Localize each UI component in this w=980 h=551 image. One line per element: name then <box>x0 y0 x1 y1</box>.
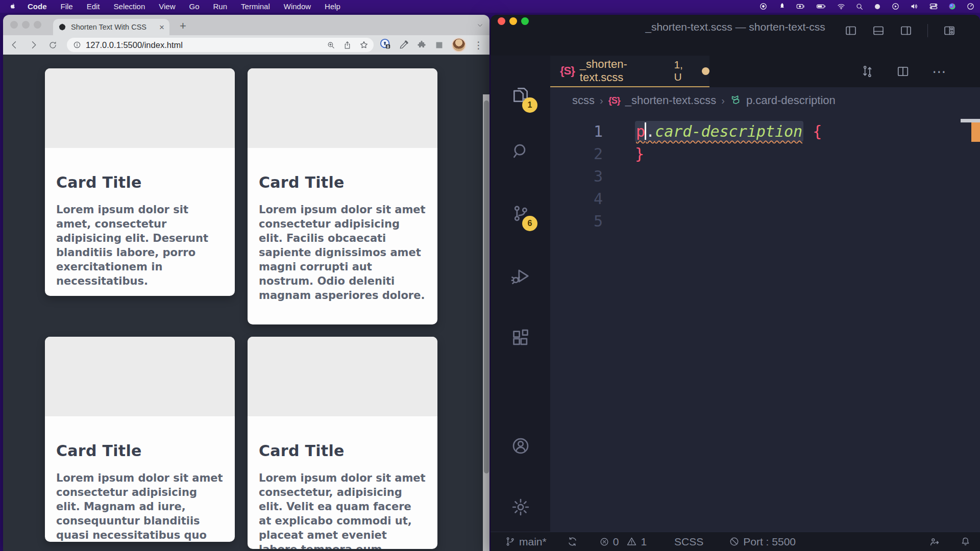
menu-help[interactable]: Help <box>325 2 340 11</box>
menu-edit[interactable]: Edit <box>87 2 100 11</box>
code-tag-token: p <box>636 122 645 140</box>
status-bar: main* 0 1 SCSS Port : 5500 <box>491 532 980 551</box>
breadcrumb-file[interactable]: _shorten-text.scss <box>625 94 717 107</box>
card-description: Lorem ipsum dolor sit amet consectetur, … <box>259 471 426 549</box>
card: Card Title Lorem ipsum dolor sit amet co… <box>248 68 437 324</box>
clock-icon[interactable] <box>966 2 975 11</box>
page-content: Card Title Lorem ipsum dolor sit amet, c… <box>3 55 489 551</box>
line-number: 3 <box>550 167 603 185</box>
code-editor[interactable]: 1 p.card-description { 2 } 3 4 5 <box>550 114 980 532</box>
browser-scrollbar[interactable] <box>483 94 489 551</box>
share-icon[interactable] <box>343 41 352 49</box>
browser-toolbar: 127.0.0.1:5500/index.html ⋮ <box>3 35 489 55</box>
new-tab-button[interactable]: + <box>180 19 186 33</box>
source-control-badge: 6 <box>522 216 537 231</box>
site-info-icon[interactable] <box>73 41 81 49</box>
play-circle-icon[interactable] <box>891 2 900 11</box>
card-description: Lorem ipsum dolor sit amet consectetur a… <box>56 471 224 542</box>
git-branch-item[interactable]: main* <box>505 536 547 548</box>
toggle-panel-icon[interactable] <box>872 24 885 37</box>
colorpicker-extension-icon[interactable] <box>399 40 409 50</box>
zoom-icon[interactable] <box>327 41 335 49</box>
language-mode: SCSS <box>674 536 703 548</box>
more-actions-icon[interactable]: ⋯ <box>932 63 946 80</box>
card: Card Title Lorem ipsum dolor sit amet co… <box>248 337 437 549</box>
volume-icon[interactable] <box>910 2 919 11</box>
customize-layout-icon[interactable] <box>943 24 955 37</box>
minimize-window-button[interactable] <box>22 21 30 29</box>
menu-view[interactable]: View <box>159 2 175 11</box>
screen-record-icon[interactable] <box>796 2 806 11</box>
tab-overflow-chevron-icon[interactable] <box>477 22 483 29</box>
close-window-button[interactable] <box>10 21 18 29</box>
symbol-selector-icon <box>730 95 741 106</box>
reload-button[interactable] <box>48 40 58 50</box>
menu-go[interactable]: Go <box>189 2 200 11</box>
code-dot-token: . <box>646 122 655 140</box>
live-server-port-item[interactable]: Port : 5500 <box>729 536 796 548</box>
breadcrumb-folder[interactable]: scss <box>572 94 595 107</box>
toggle-sidebar-icon[interactable] <box>845 24 857 37</box>
tab-filename: _shorten-text.scss <box>580 58 670 84</box>
search-icon[interactable] <box>511 141 530 161</box>
password-manager-extension-icon[interactable] <box>380 38 391 52</box>
feedback-item[interactable] <box>929 536 940 547</box>
browser-tab-title: Shorten Text With CSS <box>71 23 159 31</box>
settings-gear-icon[interactable] <box>511 497 530 517</box>
card-image-placeholder <box>248 337 437 416</box>
browser-tab[interactable]: Shorten Text With CSS × <box>53 19 169 35</box>
address-bar[interactable]: 127.0.0.1:5500/index.html <box>67 38 374 52</box>
unsaved-dot-icon[interactable] <box>702 67 709 75</box>
split-editor-icon[interactable] <box>896 65 910 78</box>
do-not-disturb-icon[interactable] <box>873 3 881 11</box>
bookmark-star-icon[interactable] <box>359 40 369 49</box>
tab-close-icon[interactable]: × <box>159 23 164 32</box>
menu-selection[interactable]: Selection <box>114 2 145 11</box>
line-number: 4 <box>550 190 603 208</box>
browser-menu-icon[interactable]: ⋮ <box>474 39 483 51</box>
extensions-icon[interactable] <box>511 329 530 348</box>
url-text[interactable]: 127.0.0.1:5500/index.html <box>86 40 327 50</box>
forward-button[interactable] <box>29 40 39 50</box>
back-button[interactable] <box>9 40 19 50</box>
card-image-placeholder <box>45 337 235 416</box>
sass-file-icon: {S} <box>608 95 620 106</box>
run-debug-icon[interactable] <box>511 266 530 286</box>
extensions-puzzle-icon[interactable] <box>416 40 427 50</box>
accounts-icon[interactable] <box>511 436 530 456</box>
scrollbar-thumb[interactable] <box>484 101 489 473</box>
sync-changes-item[interactable] <box>567 536 578 547</box>
language-mode-item[interactable]: SCSS <box>674 536 703 548</box>
search-icon[interactable] <box>855 3 864 11</box>
card: Card Title Lorem ipsum dolor sit amet co… <box>45 337 235 542</box>
editor-tab[interactable]: {S} _shorten-text.scss 1, U <box>550 56 709 87</box>
profile-avatar[interactable] <box>452 38 466 52</box>
menu-file[interactable]: File <box>61 2 73 11</box>
siri-icon[interactable] <box>948 2 957 11</box>
notifications-bell-icon[interactable] <box>960 536 971 547</box>
menu-terminal[interactable]: Terminal <box>241 2 270 11</box>
line-number: 5 <box>550 212 603 230</box>
reader-mode-icon[interactable] <box>434 40 444 50</box>
explorer-badge: 1 <box>522 97 537 113</box>
open-changes-icon[interactable] <box>861 65 874 78</box>
toggle-secondary-sidebar-icon[interactable] <box>900 24 912 37</box>
battery-icon[interactable] <box>816 2 827 11</box>
code-open-brace: { <box>803 122 822 140</box>
card-title: Card Title <box>259 442 426 460</box>
menu-window[interactable]: Window <box>284 2 311 11</box>
rocket-icon[interactable] <box>777 2 786 11</box>
wifi-icon[interactable] <box>837 2 846 11</box>
control-center-icon[interactable] <box>929 2 938 11</box>
activity-bar: 1 6 <box>491 56 550 532</box>
menu-app-name[interactable]: Code <box>28 2 47 11</box>
zoom-window-button[interactable] <box>34 21 41 29</box>
editor-tab-bar: {S} _shorten-text.scss 1, U ⋯ <box>550 56 980 87</box>
menubar-status-icons <box>759 0 975 13</box>
card-grid: Card Title Lorem ipsum dolor sit amet, c… <box>45 68 437 549</box>
record-icon[interactable] <box>759 2 768 11</box>
apple-menu-icon[interactable] <box>8 2 16 11</box>
breadcrumb-symbol[interactable]: p.card-description <box>746 94 836 107</box>
problems-item[interactable]: 0 1 <box>599 536 647 548</box>
menu-run[interactable]: Run <box>213 2 228 11</box>
